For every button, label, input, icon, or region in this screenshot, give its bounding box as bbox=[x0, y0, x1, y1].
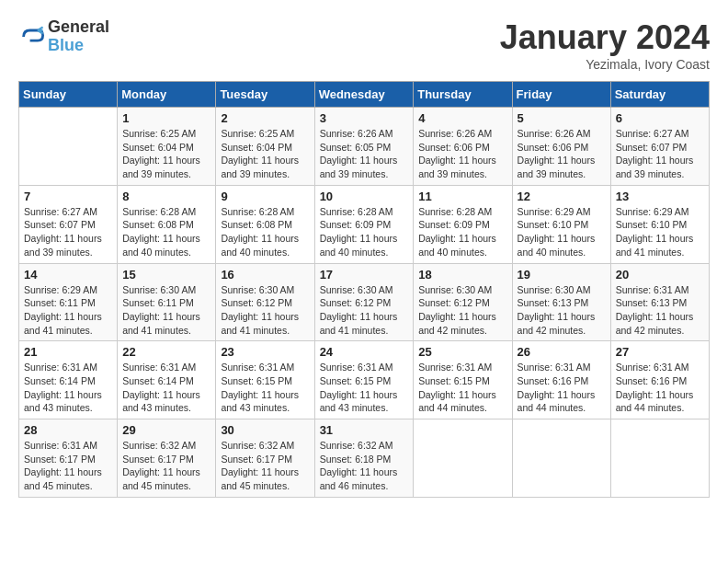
calendar-cell: 23Sunrise: 6:31 AM Sunset: 6:15 PM Dayli… bbox=[216, 341, 314, 419]
day-info: Sunrise: 6:30 AM Sunset: 6:12 PM Dayligh… bbox=[320, 283, 409, 338]
day-info: Sunrise: 6:25 AM Sunset: 6:04 PM Dayligh… bbox=[122, 127, 210, 181]
day-info: Sunrise: 6:26 AM Sunset: 6:05 PM Dayligh… bbox=[320, 127, 409, 181]
day-info: Sunrise: 6:27 AM Sunset: 6:07 PM Dayligh… bbox=[616, 127, 704, 181]
day-number: 17 bbox=[320, 268, 409, 282]
calendar-cell: 7Sunrise: 6:27 AM Sunset: 6:07 PM Daylig… bbox=[19, 185, 118, 263]
day-number: 12 bbox=[518, 190, 606, 203]
day-number: 8 bbox=[122, 190, 210, 203]
day-number: 13 bbox=[616, 190, 704, 203]
header-day: Monday bbox=[118, 82, 216, 108]
logo: General Blue bbox=[18, 18, 109, 55]
day-number: 30 bbox=[221, 423, 309, 437]
header-row: SundayMondayTuesdayWednesdayThursdayFrid… bbox=[19, 82, 710, 108]
day-number: 19 bbox=[518, 268, 606, 282]
day-info: Sunrise: 6:26 AM Sunset: 6:06 PM Dayligh… bbox=[518, 127, 606, 181]
calendar-week-row: 14Sunrise: 6:29 AM Sunset: 6:11 PM Dayli… bbox=[19, 263, 710, 341]
day-info: Sunrise: 6:32 AM Sunset: 6:18 PM Dayligh… bbox=[320, 439, 409, 493]
day-number: 3 bbox=[320, 111, 409, 125]
day-number: 29 bbox=[122, 423, 210, 437]
day-number: 18 bbox=[418, 268, 506, 282]
day-number: 20 bbox=[616, 268, 704, 282]
day-info: Sunrise: 6:30 AM Sunset: 6:13 PM Dayligh… bbox=[518, 283, 606, 338]
day-info: Sunrise: 6:32 AM Sunset: 6:17 PM Dayligh… bbox=[221, 439, 309, 493]
calendar-cell: 4Sunrise: 6:26 AM Sunset: 6:06 PM Daylig… bbox=[414, 108, 512, 186]
calendar-cell: 8Sunrise: 6:28 AM Sunset: 6:08 PM Daylig… bbox=[118, 185, 216, 263]
day-number: 11 bbox=[418, 190, 506, 203]
calendar-cell bbox=[19, 108, 118, 186]
calendar-cell: 30Sunrise: 6:32 AM Sunset: 6:17 PM Dayli… bbox=[216, 419, 314, 498]
calendar-cell: 14Sunrise: 6:29 AM Sunset: 6:11 PM Dayli… bbox=[19, 263, 118, 341]
calendar-week-row: 7Sunrise: 6:27 AM Sunset: 6:07 PM Daylig… bbox=[19, 185, 710, 263]
day-info: Sunrise: 6:29 AM Sunset: 6:11 PM Dayligh… bbox=[24, 283, 112, 338]
month-title: January 2024 bbox=[500, 18, 710, 57]
calendar-cell: 1Sunrise: 6:25 AM Sunset: 6:04 PM Daylig… bbox=[118, 108, 216, 186]
day-number: 4 bbox=[418, 111, 506, 125]
day-info: Sunrise: 6:28 AM Sunset: 6:08 PM Dayligh… bbox=[122, 205, 210, 259]
header-day: Sunday bbox=[19, 82, 118, 108]
title-block: January 2024 Yezimala, Ivory Coast bbox=[500, 18, 710, 72]
calendar-cell: 13Sunrise: 6:29 AM Sunset: 6:10 PM Dayli… bbox=[610, 185, 709, 263]
calendar-cell: 28Sunrise: 6:31 AM Sunset: 6:17 PM Dayli… bbox=[19, 419, 118, 498]
header-day: Thursday bbox=[414, 82, 512, 108]
calendar-table: SundayMondayTuesdayWednesdayThursdayFrid… bbox=[18, 81, 710, 498]
calendar-week-row: 21Sunrise: 6:31 AM Sunset: 6:14 PM Dayli… bbox=[19, 341, 710, 419]
calendar-cell: 22Sunrise: 6:31 AM Sunset: 6:14 PM Dayli… bbox=[118, 341, 216, 419]
day-number: 31 bbox=[320, 423, 409, 437]
day-info: Sunrise: 6:31 AM Sunset: 6:14 PM Dayligh… bbox=[24, 361, 112, 415]
header-day: Friday bbox=[512, 82, 610, 108]
day-info: Sunrise: 6:26 AM Sunset: 6:06 PM Dayligh… bbox=[418, 127, 506, 181]
day-number: 25 bbox=[418, 345, 506, 359]
day-info: Sunrise: 6:31 AM Sunset: 6:15 PM Dayligh… bbox=[418, 361, 506, 415]
day-info: Sunrise: 6:31 AM Sunset: 6:13 PM Dayligh… bbox=[616, 283, 704, 338]
calendar-cell: 9Sunrise: 6:28 AM Sunset: 6:08 PM Daylig… bbox=[216, 185, 314, 263]
day-number: 14 bbox=[24, 268, 112, 282]
calendar-cell bbox=[414, 419, 512, 498]
day-number: 10 bbox=[320, 190, 409, 203]
calendar-cell: 16Sunrise: 6:30 AM Sunset: 6:12 PM Dayli… bbox=[216, 263, 314, 341]
day-number: 23 bbox=[221, 345, 309, 359]
calendar-cell: 12Sunrise: 6:29 AM Sunset: 6:10 PM Dayli… bbox=[512, 185, 610, 263]
day-info: Sunrise: 6:30 AM Sunset: 6:12 PM Dayligh… bbox=[221, 283, 309, 338]
day-info: Sunrise: 6:27 AM Sunset: 6:07 PM Dayligh… bbox=[24, 205, 112, 259]
day-info: Sunrise: 6:28 AM Sunset: 6:08 PM Dayligh… bbox=[221, 205, 309, 259]
day-number: 26 bbox=[518, 345, 606, 359]
page-header: General Blue January 2024 Yezimala, Ivor… bbox=[18, 18, 710, 72]
day-number: 16 bbox=[221, 268, 309, 282]
calendar-cell: 18Sunrise: 6:30 AM Sunset: 6:12 PM Dayli… bbox=[414, 263, 512, 341]
calendar-cell: 6Sunrise: 6:27 AM Sunset: 6:07 PM Daylig… bbox=[610, 108, 709, 186]
calendar-cell: 3Sunrise: 6:26 AM Sunset: 6:05 PM Daylig… bbox=[314, 108, 414, 186]
day-info: Sunrise: 6:30 AM Sunset: 6:11 PM Dayligh… bbox=[122, 283, 210, 338]
calendar-cell bbox=[512, 419, 610, 498]
calendar-week-row: 28Sunrise: 6:31 AM Sunset: 6:17 PM Dayli… bbox=[19, 419, 710, 498]
day-number: 27 bbox=[616, 345, 704, 359]
day-number: 5 bbox=[518, 111, 606, 125]
day-number: 7 bbox=[24, 190, 112, 203]
day-info: Sunrise: 6:31 AM Sunset: 6:16 PM Dayligh… bbox=[518, 361, 606, 415]
calendar-cell: 21Sunrise: 6:31 AM Sunset: 6:14 PM Dayli… bbox=[19, 341, 118, 419]
day-info: Sunrise: 6:31 AM Sunset: 6:15 PM Dayligh… bbox=[320, 361, 409, 415]
header-day: Wednesday bbox=[314, 82, 414, 108]
logo-line2: Blue bbox=[48, 37, 109, 55]
header-day: Saturday bbox=[610, 82, 709, 108]
logo-line1: General bbox=[48, 18, 109, 37]
day-number: 2 bbox=[221, 111, 309, 125]
calendar-cell: 29Sunrise: 6:32 AM Sunset: 6:17 PM Dayli… bbox=[118, 419, 216, 498]
calendar-cell: 10Sunrise: 6:28 AM Sunset: 6:09 PM Dayli… bbox=[314, 185, 414, 263]
day-info: Sunrise: 6:31 AM Sunset: 6:15 PM Dayligh… bbox=[221, 361, 309, 415]
day-info: Sunrise: 6:28 AM Sunset: 6:09 PM Dayligh… bbox=[418, 205, 506, 259]
logo-icon bbox=[18, 24, 44, 50]
day-info: Sunrise: 6:32 AM Sunset: 6:17 PM Dayligh… bbox=[122, 439, 210, 493]
day-number: 21 bbox=[24, 345, 112, 359]
day-number: 1 bbox=[122, 111, 210, 125]
location-subtitle: Yezimala, Ivory Coast bbox=[500, 57, 710, 72]
calendar-cell: 19Sunrise: 6:30 AM Sunset: 6:13 PM Dayli… bbox=[512, 263, 610, 341]
calendar-cell: 2Sunrise: 6:25 AM Sunset: 6:04 PM Daylig… bbox=[216, 108, 314, 186]
calendar-cell: 31Sunrise: 6:32 AM Sunset: 6:18 PM Dayli… bbox=[314, 419, 414, 498]
calendar-cell: 25Sunrise: 6:31 AM Sunset: 6:15 PM Dayli… bbox=[414, 341, 512, 419]
day-info: Sunrise: 6:28 AM Sunset: 6:09 PM Dayligh… bbox=[320, 205, 409, 259]
day-info: Sunrise: 6:31 AM Sunset: 6:16 PM Dayligh… bbox=[616, 361, 704, 415]
calendar-cell bbox=[610, 419, 709, 498]
day-info: Sunrise: 6:31 AM Sunset: 6:14 PM Dayligh… bbox=[122, 361, 210, 415]
day-info: Sunrise: 6:31 AM Sunset: 6:17 PM Dayligh… bbox=[24, 439, 112, 493]
day-number: 9 bbox=[221, 190, 309, 203]
